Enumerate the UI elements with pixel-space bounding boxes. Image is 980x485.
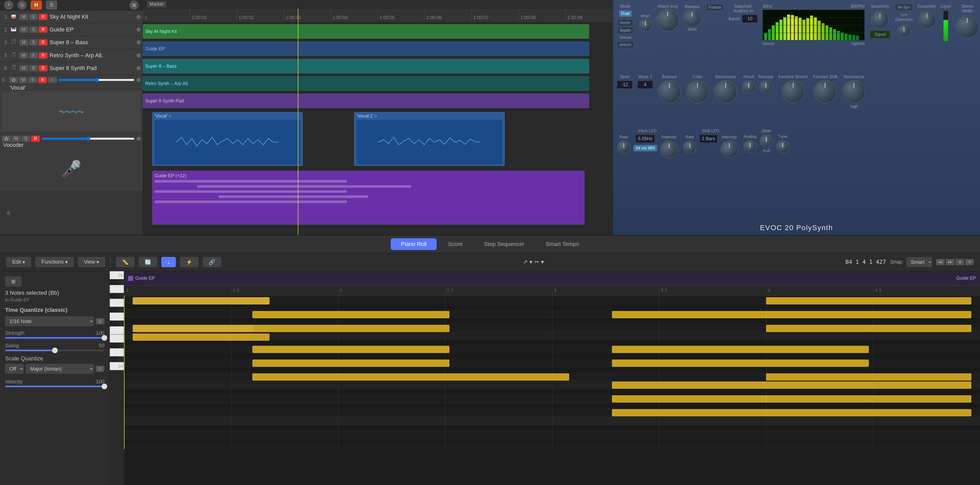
key-ab4[interactable] (110, 307, 119, 313)
legato-button[interactable]: legato (617, 27, 633, 34)
track-row[interactable]: 2 🎹 M S R Guide EP (0, 23, 143, 36)
tab-score[interactable]: Score (438, 238, 473, 250)
tab-step-sequencer[interactable]: Step Sequencer (474, 238, 535, 250)
clip[interactable]: Super 8 – Bass (143, 59, 589, 73)
tab-piano-roll[interactable]: Piano Roll (391, 238, 437, 250)
scale-off-select[interactable]: Off On (5, 364, 24, 373)
solo-button[interactable]: S (29, 14, 38, 20)
attack-knob-2[interactable] (742, 80, 756, 94)
pr-note[interactable] (252, 360, 449, 367)
key-e4[interactable] (110, 335, 124, 343)
velocity-thumb[interactable] (102, 384, 107, 389)
solo-button[interactable]: S (29, 27, 38, 33)
record-arm-button[interactable]: R (31, 136, 40, 142)
solo-button[interactable]: S (29, 39, 38, 45)
solo-button[interactable]: S (29, 65, 38, 71)
attack-long-knob[interactable] (656, 9, 679, 32)
record-arm-button[interactable]: R (38, 77, 47, 83)
color-knob[interactable] (686, 80, 709, 103)
pitch-lfo-intensity-knob[interactable] (660, 140, 678, 158)
pitch-lfo-rate-knob[interactable] (617, 140, 630, 154)
loop-button[interactable]: 🔄 (138, 257, 157, 267)
settings-button[interactable]: ⊞ (129, 0, 138, 10)
freeze-button[interactable]: Freeze (706, 4, 724, 11)
key-f4[interactable] (110, 326, 124, 335)
vocal-track[interactable]: 6 ⏻ M S R I 'Vocal' ⏦⏦⏦⏦ (0, 75, 143, 134)
piano-roll-grid[interactable]: Guide EP Guide EP 1 1 3 2 2 3 3 3 3 4 4 … (124, 271, 980, 485)
pr-note[interactable] (612, 360, 869, 367)
rewind-button[interactable]: ⏮ (936, 259, 945, 265)
view-button[interactable]: View ▾ (78, 257, 105, 267)
input-button[interactable]: I (48, 77, 57, 83)
swing-thumb[interactable] (52, 348, 58, 353)
note-value-select[interactable]: 1/16 Note 1/8 Note 1/4 Note (5, 316, 94, 326)
analog-knob[interactable] (743, 140, 757, 153)
pr-note[interactable] (766, 311, 972, 318)
balance-knob[interactable] (658, 80, 681, 103)
note-tool-button[interactable]: ♩ (161, 257, 176, 267)
key-gb4[interactable] (110, 321, 119, 326)
solo-button[interactable]: S (29, 77, 37, 83)
key-db4[interactable] (110, 357, 119, 362)
mute-button[interactable]: M (19, 77, 27, 83)
pr-note[interactable] (252, 325, 449, 332)
zoom-button[interactable]: ⊕ (956, 259, 964, 265)
track-options-button[interactable]: ⊙ (18, 0, 27, 10)
key-a4[interactable] (110, 299, 124, 307)
link-tool-button[interactable]: 🔗 (203, 257, 221, 267)
volume-slider[interactable] (42, 137, 135, 141)
pr-note[interactable] (766, 396, 972, 402)
sensitivity-knob[interactable] (871, 11, 889, 29)
record-arm-button[interactable]: R (39, 27, 48, 33)
track-row[interactable]: 3 🎵 M S R Super 8 – Bass (0, 36, 143, 49)
velocity-tool-button[interactable]: ⚡ (180, 257, 199, 267)
pencil-tool-button[interactable]: ✏️ (116, 257, 135, 267)
solo-button[interactable]: S (29, 53, 38, 59)
pr-note[interactable] (766, 325, 972, 332)
guide-ep-clip[interactable]: Guide EP (+12) (152, 171, 584, 225)
pr-note[interactable] (612, 346, 869, 353)
vocoder-track[interactable]: ⏻ M S R Vocoder 🎤 (0, 134, 143, 191)
tab-smart-tempo[interactable]: Smart Tempo (536, 238, 589, 250)
strength-thumb[interactable] (102, 335, 107, 341)
key-eb4[interactable] (110, 343, 119, 348)
uv-detection-knob[interactable] (897, 24, 911, 37)
power-button[interactable]: ⏻ (2, 136, 11, 142)
record-arm-button[interactable]: R (39, 14, 48, 20)
tune-knob[interactable] (776, 140, 789, 153)
clip[interactable]: Sky At Night Kit (143, 24, 589, 38)
snap-button[interactable]: S (46, 0, 57, 10)
resonance-knob[interactable] (714, 80, 737, 103)
mute-button[interactable]: M (19, 65, 28, 71)
snap-select[interactable]: Smart 1/16 1/8 1/4 (907, 257, 932, 267)
dual-button[interactable]: Dual (619, 10, 632, 17)
ff-button[interactable]: ⏭ (946, 259, 955, 265)
key-d4[interactable] (110, 348, 124, 357)
mute-button[interactable]: M (12, 136, 21, 142)
vocal-clip[interactable]: 'Vocal' ○ (152, 112, 303, 166)
mute-button[interactable]: M (19, 53, 28, 59)
pr-note[interactable] (133, 333, 270, 341)
attack-short-knob[interactable] (639, 18, 652, 32)
vocal-clip[interactable]: 'Vocal:1' ○ (354, 112, 504, 166)
key-b4[interactable] (110, 285, 124, 293)
record-arm-button[interactable]: R (39, 65, 48, 71)
pr-note[interactable] (252, 373, 569, 381)
collapse-button[interactable]: ⊞ (5, 276, 22, 287)
formant-stretch-knob[interactable] (782, 80, 805, 103)
track-row[interactable]: 6 🎵 M S R Super 8 Synth Pad (0, 62, 143, 75)
record-button[interactable]: H (30, 0, 42, 10)
ensemble-knob[interactable] (918, 11, 936, 29)
zoom-out-button[interactable]: ⊖ (965, 259, 974, 265)
add-track-button[interactable]: + (4, 0, 13, 10)
record-arm-button[interactable]: R (39, 39, 48, 45)
volume-slider[interactable] (59, 78, 135, 82)
pr-note[interactable] (766, 373, 972, 381)
record-arm-button[interactable]: R (39, 53, 48, 59)
edit-button[interactable]: Edit ▾ (6, 257, 31, 267)
key-bb4[interactable] (110, 293, 119, 299)
solo-button[interactable]: S (21, 136, 30, 142)
formant-shift-knob[interactable] (814, 80, 837, 103)
clip[interactable]: Super 8 Synth Pad (143, 94, 589, 108)
pr-note[interactable] (133, 297, 270, 305)
